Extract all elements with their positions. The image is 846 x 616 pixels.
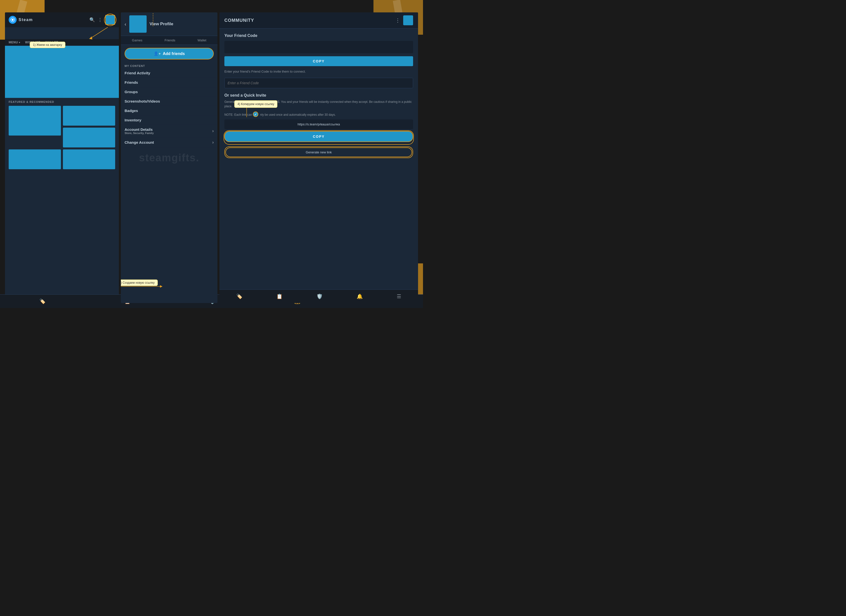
invite-link-text: https://s.team/p/ваша/ссылка bbox=[298, 122, 340, 126]
left-panel: Steam 🔍 ⋮ bbox=[5, 12, 119, 303]
back-arrow-icon[interactable]: ‹ bbox=[125, 21, 126, 27]
middle-panel: steamgifts. ‹ View Profile 2) «Добавить … bbox=[121, 12, 217, 303]
note-text: NOTE: Each link can ✓ 4) Копируем новую … bbox=[225, 112, 413, 117]
right-content: Your Friend Code COPY Enter your friend'… bbox=[219, 28, 418, 290]
annotation-1: 1) Жмем на аватарку bbox=[30, 42, 65, 48]
friend-code-input[interactable] bbox=[225, 78, 413, 88]
featured-item-3[interactable] bbox=[63, 128, 115, 147]
featured-title: FEATURED & RECOMMENDED bbox=[9, 100, 115, 103]
invite-link-box: https://s.team/p/ваша/ссылка bbox=[225, 119, 413, 129]
community-title: COMMUNITY bbox=[225, 18, 254, 23]
view-profile-button[interactable]: View Profile bbox=[150, 21, 173, 28]
featured-item-4[interactable] bbox=[9, 149, 61, 169]
more-options-icon[interactable]: ⋮ bbox=[98, 17, 102, 22]
right-header: COMMUNITY ⋮ bbox=[219, 12, 418, 28]
tag-nav-icon[interactable]: 🏷️ bbox=[236, 293, 242, 299]
profile-avatar bbox=[129, 15, 147, 33]
tab-games[interactable]: Games bbox=[127, 36, 147, 45]
annotation-4: 4) Копируем новую ссылку bbox=[234, 100, 278, 108]
svg-point-1 bbox=[12, 19, 14, 21]
badges-item[interactable]: Badges bbox=[121, 106, 217, 115]
checkmark-icon: ✓ bbox=[253, 112, 258, 117]
library-right-icon[interactable]: 📋 bbox=[276, 293, 283, 299]
steam-logo-text: Steam bbox=[19, 18, 33, 22]
bell-right-icon[interactable]: 🔔 bbox=[357, 293, 363, 299]
tab-friends[interactable]: Friends bbox=[160, 36, 180, 45]
right-panel: COMMUNITY ⋮ Your Friend Code COPY Enter … bbox=[219, 12, 418, 303]
menu-right-icon[interactable]: ☰ bbox=[397, 293, 401, 299]
copy-invite-link-button[interactable]: COPY bbox=[225, 131, 413, 142]
left-bottom-nav: 🏷️ 📋 🛡️ 🔔 ☰ bbox=[5, 294, 119, 303]
annotation-3: 3) Создаем новую ссылку bbox=[121, 279, 158, 286]
friend-code-title: Your Friend Code bbox=[225, 34, 413, 38]
steam-logo: Steam bbox=[9, 16, 33, 24]
profile-tabs: Games Friends Wallet bbox=[121, 36, 217, 45]
profile-header: ‹ View Profile 2) «Добавить друзей» bbox=[121, 12, 217, 36]
featured-item-1[interactable] bbox=[9, 106, 61, 135]
main-container: Steam 🔍 ⋮ bbox=[0, 0, 423, 308]
my-content-label: MY CONTENT bbox=[121, 62, 217, 68]
copy-friend-code-button[interactable]: COPY bbox=[225, 56, 413, 66]
friend-code-description: Enter your friend's Friend Code to invit… bbox=[225, 69, 413, 74]
inventory-item[interactable]: Inventory bbox=[121, 115, 217, 125]
featured-item-2[interactable] bbox=[63, 106, 115, 126]
tab-wallet[interactable]: Wallet bbox=[192, 36, 211, 45]
more-options-right-icon[interactable]: ⋮ bbox=[395, 17, 400, 23]
menu-nav[interactable]: MENU bbox=[9, 41, 20, 44]
store-nav-icon[interactable]: 🏷️ bbox=[40, 298, 46, 303]
shield-right-icon[interactable]: 🛡️ bbox=[317, 293, 323, 299]
featured-grid bbox=[9, 106, 115, 169]
header-icons: 🔍 ⋮ bbox=[90, 15, 115, 25]
watermark: steamgifts. bbox=[139, 152, 199, 164]
community-avatar bbox=[403, 15, 413, 25]
change-account-item[interactable]: Change Account bbox=[121, 137, 217, 148]
friends-item[interactable]: Friends bbox=[121, 78, 217, 87]
screenshots-videos-item[interactable]: Screenshots/Videos bbox=[121, 97, 217, 106]
add-person-icon: 👤+ bbox=[154, 51, 161, 56]
friend-code-box bbox=[225, 41, 413, 53]
account-details-item[interactable]: Account Details Store, Security, Family bbox=[121, 125, 217, 137]
steam-icon bbox=[9, 16, 16, 24]
search-icon[interactable]: 🔍 bbox=[90, 17, 95, 22]
steam-header: Steam 🔍 ⋮ bbox=[5, 12, 119, 27]
add-friends-label: Add friends bbox=[163, 51, 185, 56]
svg-marker-6 bbox=[160, 285, 163, 288]
add-friends-button[interactable]: 👤+ Add friends bbox=[125, 48, 214, 59]
friend-activity-item[interactable]: Friend Activity bbox=[121, 68, 217, 78]
groups-item[interactable]: Groups bbox=[121, 87, 217, 97]
right-bottom-nav: 🏷️ 📋 🛡️ 🔔 ☰ bbox=[219, 290, 418, 303]
generate-new-link-button[interactable]: Generate new link bbox=[225, 147, 412, 157]
quick-invite-title: Or send a Quick Invite bbox=[225, 93, 413, 98]
right-header-icons: ⋮ bbox=[395, 15, 413, 25]
featured-section: FEATURED & RECOMMENDED bbox=[5, 98, 119, 172]
main-banner bbox=[5, 46, 119, 98]
user-avatar[interactable] bbox=[105, 15, 115, 25]
featured-item-5[interactable] bbox=[63, 149, 115, 169]
